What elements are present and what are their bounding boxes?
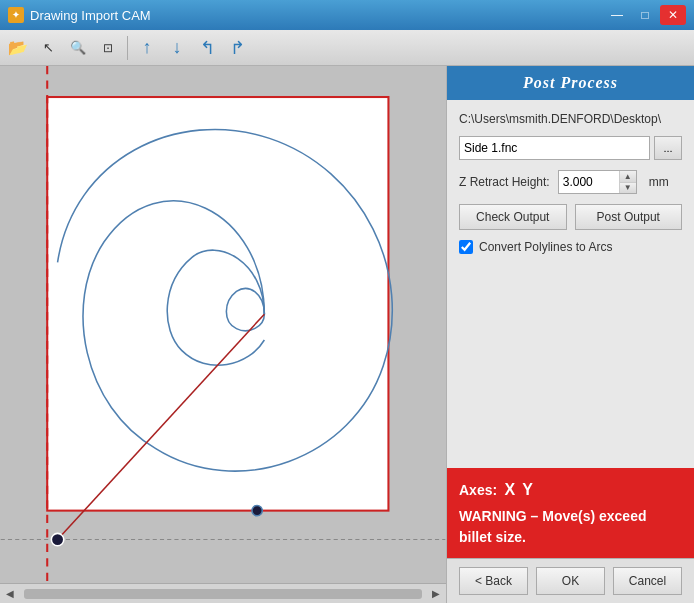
window-title: Drawing Import CAM (30, 8, 151, 23)
canvas-area[interactable]: ◀ ▶ (0, 66, 446, 603)
horizontal-scrollbar[interactable]: ◀ ▶ (0, 583, 446, 603)
convert-polylines-checkbox[interactable] (459, 240, 473, 254)
toolbar-open-btn[interactable]: 📂 (4, 34, 32, 62)
minimize-button[interactable]: — (604, 5, 630, 25)
z-retract-label: Z Retract Height: (459, 175, 550, 189)
toolbar-up-btn[interactable]: ↑ (133, 34, 161, 62)
scroll-left-btn[interactable]: ◀ (0, 584, 20, 604)
app-icon: ✦ (8, 7, 24, 23)
title-bar-left: ✦ Drawing Import CAM (8, 7, 151, 23)
toolbar-cursor-btn[interactable]: ↖ (34, 34, 62, 62)
cancel-button[interactable]: Cancel (613, 567, 682, 595)
axis-y-label: Y (522, 481, 533, 498)
warning-axes: Axes: X Y (459, 478, 682, 502)
post-process-header: Post Process (447, 66, 694, 100)
scroll-thumb[interactable] (24, 589, 422, 599)
toolbar-zoom-fit-btn[interactable]: ⊡ (94, 34, 122, 62)
file-row: ... (459, 136, 682, 160)
toolbar: 📂 ↖ 🔍 ⊡ ↑ ↓ ↰ ↱ (0, 30, 694, 66)
toolbar-left-btn[interactable]: ↰ (193, 34, 221, 62)
check-output-button[interactable]: Check Output (459, 204, 567, 230)
svg-point-6 (252, 505, 262, 515)
action-buttons: Check Output Post Output (459, 204, 682, 230)
maximize-button[interactable]: □ (632, 5, 658, 25)
canvas-inner (0, 66, 446, 583)
svg-rect-1 (47, 97, 388, 511)
output-path: C:\Users\msmith.DENFORD\Desktop\ (459, 112, 682, 126)
title-bar: ✦ Drawing Import CAM — □ ✕ (0, 0, 694, 30)
checkbox-row: Convert Polylines to Arcs (459, 240, 682, 254)
ok-button[interactable]: OK (536, 567, 605, 595)
toolbar-separator (127, 36, 128, 60)
toolbar-right-btn[interactable]: ↱ (223, 34, 251, 62)
axis-x-label: X (504, 481, 515, 498)
toolbar-zoom-btn[interactable]: 🔍 (64, 34, 92, 62)
z-retract-up-btn[interactable]: ▲ (620, 171, 636, 183)
bottom-buttons: < Back OK Cancel (447, 558, 694, 603)
z-retract-input-wrap: ▲ ▼ (558, 170, 637, 194)
z-retract-row: Z Retract Height: ▲ ▼ mm (459, 170, 682, 194)
svg-point-5 (51, 533, 63, 545)
back-button[interactable]: < Back (459, 567, 528, 595)
convert-polylines-label: Convert Polylines to Arcs (479, 240, 612, 254)
z-retract-spinners: ▲ ▼ (619, 171, 636, 193)
browse-button[interactable]: ... (654, 136, 682, 160)
warning-panel: Axes: X Y WARNING – Move(s) exceed bille… (447, 468, 694, 558)
right-panel: Post Process C:\Users\msmith.DENFORD\Des… (446, 66, 694, 603)
window-controls: — □ ✕ (604, 5, 686, 25)
panel-body: C:\Users\msmith.DENFORD\Desktop\ ... Z R… (447, 100, 694, 468)
close-button[interactable]: ✕ (660, 5, 686, 25)
main-content: ◀ ▶ Post Process C:\Users\msmith.DENFORD… (0, 66, 694, 603)
drawing-canvas (0, 66, 446, 583)
axes-label: Axes: (459, 482, 497, 498)
z-retract-input[interactable] (559, 171, 619, 193)
post-output-button[interactable]: Post Output (575, 204, 683, 230)
z-unit-label: mm (649, 175, 669, 189)
z-retract-down-btn[interactable]: ▼ (620, 183, 636, 194)
filename-input[interactable] (459, 136, 650, 160)
scroll-right-btn[interactable]: ▶ (426, 584, 446, 604)
toolbar-down-btn[interactable]: ↓ (163, 34, 191, 62)
warning-message: WARNING – Move(s) exceed billet size. (459, 506, 682, 548)
